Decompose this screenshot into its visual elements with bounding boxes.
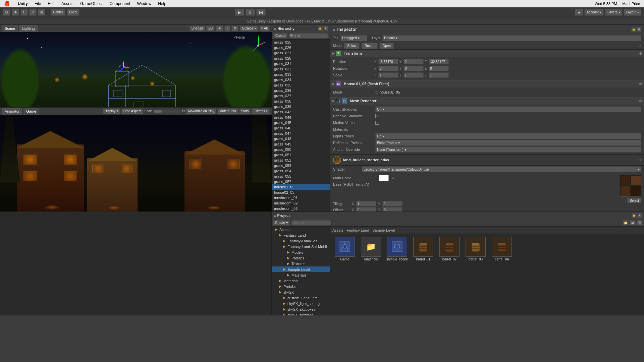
hierarchy-item[interactable]: grass_031 — [272, 61, 330, 66]
project-tree-item[interactable]: ▶skySX_light_settings — [272, 301, 330, 306]
hierarchy-item[interactable]: grass_050 — [272, 147, 330, 152]
game-viewport[interactable] — [0, 115, 272, 212]
project-folder-icon[interactable]: 📁 — [623, 220, 629, 226]
hierarchy-item[interactable]: grass_028 — [272, 56, 330, 61]
project-tree-item[interactable]: ▶custom_LensFlare — [272, 295, 330, 301]
scene-viewport[interactable]: X Y Z <Persp — [0, 32, 272, 107]
stats-btn[interactable]: Stats — [239, 108, 251, 114]
menu-window[interactable]: Window — [136, 1, 153, 6]
hierarchy-item[interactable]: grass_052 — [272, 158, 330, 163]
cast-shadows-dropdown[interactable]: On▾ — [375, 106, 641, 112]
scale-slider[interactable] — [154, 110, 180, 113]
menu-gameobject[interactable]: GameObject — [79, 1, 104, 6]
transform-move-btn[interactable]: ✥ — [12, 9, 19, 16]
gizmos-btn[interactable]: Gizmos ▾ — [240, 25, 258, 32]
project-tree-item[interactable]: ▶skySX_textures — [272, 312, 330, 315]
aspect-btn[interactable]: Free Aspect — [121, 108, 143, 114]
hierarchy-item[interactable]: house01_05 — [272, 184, 330, 190]
light-probes-dropdown[interactable]: Off▾ — [375, 133, 641, 139]
menu-file[interactable]: File — [33, 1, 42, 6]
scene-light-btn[interactable]: ☀ — [216, 25, 223, 32]
hierarchy-item[interactable]: grass_051 — [272, 152, 330, 158]
pause-button[interactable]: ⏸ — [246, 9, 255, 16]
asset-game[interactable]: Game — [333, 237, 357, 261]
menu-help[interactable]: Help — [157, 1, 168, 6]
position-x-input[interactable] — [378, 59, 398, 64]
color-picker-icon[interactable]: ✏ — [392, 176, 395, 180]
layout-dropdown[interactable]: Layout ▾ — [624, 9, 641, 16]
transform-rotate-btn[interactable]: ↻ — [20, 9, 28, 16]
breadcrumb-fantasy[interactable]: Fantasy Land — [347, 228, 369, 232]
hierarchy-item[interactable]: grass_026 — [272, 45, 330, 50]
menu-component[interactable]: Component — [108, 1, 131, 6]
hierarchy-item[interactable]: grass_034 — [272, 77, 330, 82]
project-create-btn[interactable]: Create ▾ — [273, 220, 290, 226]
scale-z-input[interactable] — [429, 72, 449, 78]
open-model-btn[interactable]: Open — [380, 43, 394, 49]
revert-model-btn[interactable]: Revert — [362, 43, 377, 49]
project-tree-item[interactable]: ▶Fantasy Land — [272, 232, 330, 238]
shader-value[interactable]: Legacy Shaders/Transparent/Cutout/Diffus… — [362, 166, 641, 172]
project-grid-icon[interactable]: ⊞ — [630, 220, 636, 226]
tab-game[interactable]: Game — [23, 108, 39, 115]
project-tree-item[interactable]: ▶Prefabs — [272, 284, 330, 289]
scene-fx-btn[interactable]: ⚙ — [231, 25, 238, 32]
rotation-y-input[interactable] — [404, 66, 424, 71]
tab-lighting[interactable]: Lighting — [19, 25, 38, 32]
project-tree-item[interactable]: ▶skySX_skyboxes — [272, 306, 330, 312]
hierarchy-item[interactable]: grass_045 — [272, 120, 330, 125]
project-lock[interactable]: 🔒 — [632, 213, 637, 218]
reflection-probes-dropdown[interactable]: Blend Probes▾ — [375, 140, 641, 146]
hierarchy-item[interactable]: grass_057 — [272, 179, 330, 184]
hierarchy-item[interactable]: grass_049 — [272, 141, 330, 147]
hierarchy-item[interactable]: grass_036 — [272, 88, 330, 93]
hierarchy-item[interactable]: grass_033 — [272, 72, 330, 77]
project-tree-item[interactable]: ▶Assets — [272, 227, 330, 232]
hierarchy-create-btn[interactable]: Create — [273, 33, 287, 39]
hierarchy-options[interactable]: ≡ — [323, 26, 328, 31]
mute-btn[interactable]: Mute audio — [217, 108, 238, 114]
hierarchy-item[interactable]: grass_044 — [272, 115, 330, 120]
menu-assets[interactable]: Assets — [60, 1, 75, 6]
hierarchy-list[interactable]: grass_025grass_026grass_027grass_028gras… — [272, 40, 330, 212]
center-btn[interactable]: Center — [51, 9, 65, 16]
hierarchy-item[interactable]: mushroom_02 — [272, 200, 330, 206]
breadcrumb-assets[interactable]: Assets — [332, 228, 343, 232]
project-tree[interactable]: ▶Assets▶Fantasy Land▶Fantasy-Land-Set▶Fa… — [272, 227, 330, 315]
tiling-x-input[interactable] — [356, 201, 376, 206]
transform-scale-btn[interactable]: ⤢ — [29, 9, 37, 16]
hierarchy-item[interactable]: mushroom_03 — [272, 206, 330, 211]
material-gear-icon[interactable]: ⚙ — [638, 158, 641, 162]
project-tree-item[interactable]: ▶Textures — [272, 261, 330, 266]
hierarchy-item[interactable]: grass_027 — [272, 50, 330, 56]
tiling-y-input[interactable] — [382, 201, 402, 206]
offset-x-input[interactable] — [356, 207, 376, 212]
transform-header[interactable]: ▶ T Transform ⚙ — [330, 50, 644, 57]
breadcrumb-sample[interactable]: Sample-Level — [372, 228, 395, 232]
hierarchy-item[interactable]: mushroom_01 — [272, 195, 330, 200]
transform-gear-icon[interactable]: ⚙ — [639, 52, 642, 55]
hierarchy-item[interactable]: grass_047 — [272, 131, 330, 136]
tab-animator[interactable]: Animator — [2, 108, 22, 115]
play-button[interactable]: ▶ — [235, 9, 244, 16]
tag-dropdown[interactable]: Untagged▾ — [340, 35, 367, 41]
layer-dropdown[interactable]: Default▾ — [382, 35, 641, 41]
hierarchy-item[interactable]: grass_054 — [272, 168, 330, 174]
project-tree-item[interactable]: ▶Fantasy-Land-Set — [272, 238, 330, 244]
project-tree-item[interactable]: ▶Materials — [272, 278, 330, 284]
rotation-z-input[interactable] — [429, 66, 449, 71]
scale-y-input[interactable] — [404, 72, 424, 78]
project-tree-item[interactable]: ▶skySX — [272, 289, 330, 295]
scene-shaded-btn[interactable]: Shaded — [190, 25, 205, 32]
scene-2d-btn[interactable]: 2D — [206, 25, 215, 32]
project-tree-item[interactable]: ▶Models — [272, 249, 330, 255]
scene-audio-btn[interactable]: ♪ — [224, 25, 230, 32]
receive-shadows-checkbox[interactable] — [375, 114, 379, 118]
project-tree-item[interactable]: ▶Sample-Level — [272, 266, 330, 272]
mesh-renderer-gear-icon[interactable]: ⚙ — [639, 99, 642, 103]
transform-qwerty-btn[interactable]: ⬡ — [3, 9, 10, 16]
apple-icon[interactable]: 🍎 — [3, 1, 11, 6]
asset-barrel-01[interactable]: barrel_01 — [412, 237, 435, 261]
hierarchy-item[interactable]: grass_055 — [272, 174, 330, 179]
motion-vectors-checkbox[interactable] — [375, 121, 379, 125]
